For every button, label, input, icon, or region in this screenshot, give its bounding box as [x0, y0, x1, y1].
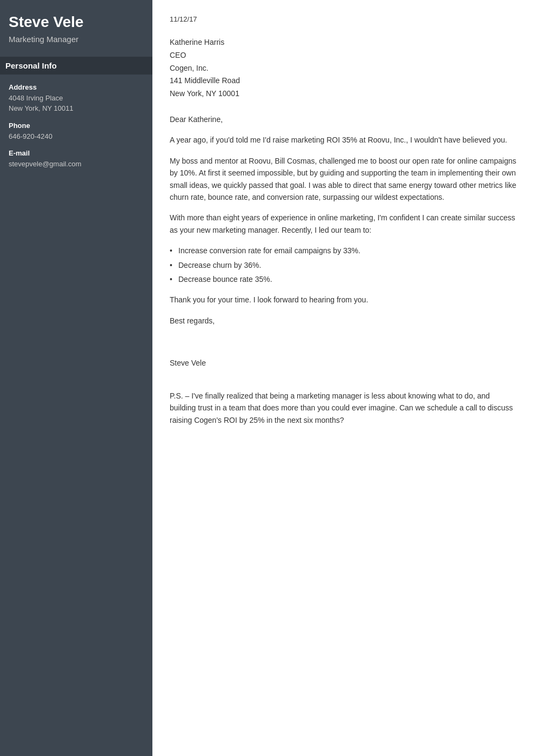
phone-label: Phone	[9, 122, 144, 130]
paragraph1: A year ago, if you'd told me I'd raise m…	[170, 134, 518, 146]
address-line1: 4048 Irving Place	[9, 93, 144, 104]
recipient-name: Katherine Harris	[170, 36, 518, 49]
closing: Best regards,	[170, 315, 518, 327]
letter-date: 11/12/17	[170, 15, 518, 23]
recipient-block: Katherine Harris CEO Cogen, Inc. 141 Mid…	[170, 36, 518, 100]
bullet2: Decrease churn by 36%.	[170, 259, 518, 271]
email-value: stevepvele@gmail.com	[9, 159, 144, 170]
bullet3: Decrease bounce rate 35%.	[170, 273, 518, 285]
bullet1: Increase conversion rate for email campa…	[170, 245, 518, 256]
recipient-address2: New York, NY 10001	[170, 87, 518, 100]
paragraph3: With more than eight years of experience…	[170, 212, 518, 236]
phone-group: Phone 646-920-4240	[9, 122, 144, 142]
recipient-company: Cogen, Inc.	[170, 62, 518, 75]
recipient-title: CEO	[170, 49, 518, 62]
address-line2: New York, NY 10011	[9, 103, 144, 114]
address-group: Address 4048 Irving Place New York, NY 1…	[9, 83, 144, 114]
email-label: E-mail	[9, 149, 144, 157]
postscript: P.S. – I've finally realized that being …	[170, 390, 518, 426]
letter-content: Dear Katherine, A year ago, if you'd tol…	[170, 113, 518, 426]
salutation: Dear Katherine,	[170, 113, 518, 125]
sender-name: Steve Vele	[170, 357, 518, 369]
applicant-name: Steve Vele	[9, 13, 144, 31]
email-group: E-mail stevepvele@gmail.com	[9, 149, 144, 170]
signature-space	[170, 335, 518, 357]
phone-value: 646-920-4240	[9, 131, 144, 142]
achievements-list: Increase conversion rate for email campa…	[170, 245, 518, 285]
paragraph4: Thank you for your time. I look forward …	[170, 294, 518, 306]
paragraph2: My boss and mentor at Roovu, Bill Cosmas…	[170, 155, 518, 204]
recipient-address1: 141 Middleville Road	[170, 75, 518, 87]
signature-block: Best regards, Steve Vele	[170, 315, 518, 369]
cover-letter-body: 11/12/17 Katherine Harris CEO Cogen, Inc…	[152, 0, 535, 756]
sidebar: Steve Vele Marketing Manager Personal In…	[0, 0, 152, 756]
applicant-title: Marketing Manager	[9, 35, 144, 44]
address-label: Address	[9, 83, 144, 91]
personal-info-header: Personal Info	[0, 57, 152, 75]
